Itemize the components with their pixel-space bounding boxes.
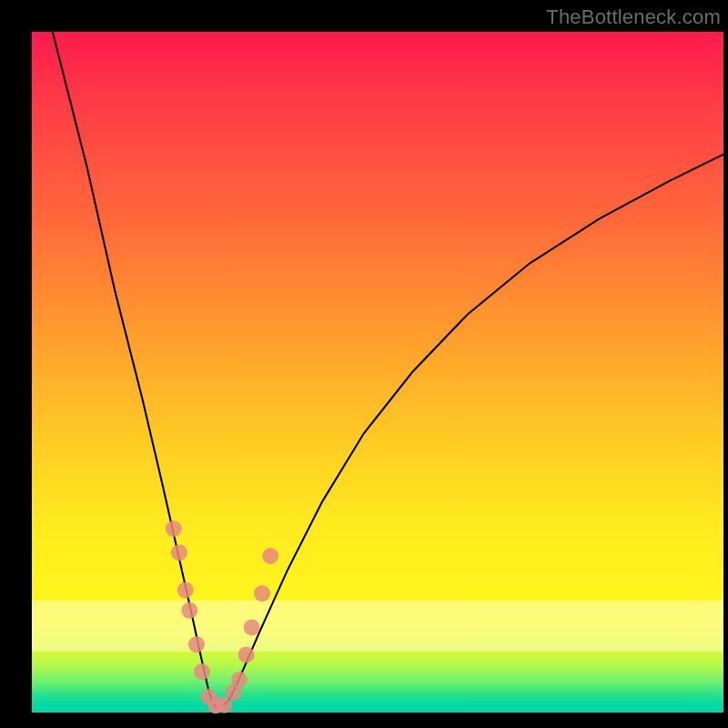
scatter-point [194,663,210,680]
scatter-point [262,548,278,564]
bottleneck-curve [53,32,723,709]
scatter-point [188,636,205,652]
scatter-point [181,602,197,619]
chart-frame: TheBottleneck.com [0,0,728,728]
watermark-text: TheBottleneck.com [546,5,721,29]
scatter-group [166,521,278,714]
scatter-point [177,581,194,598]
scatter-point [171,544,187,561]
scatter-point [254,585,270,602]
scatter-point [231,672,248,688]
scatter-point [244,620,260,636]
scatter-point [166,521,182,537]
plot-area [32,32,723,713]
chart-svg [32,32,723,713]
scatter-point [238,646,255,662]
